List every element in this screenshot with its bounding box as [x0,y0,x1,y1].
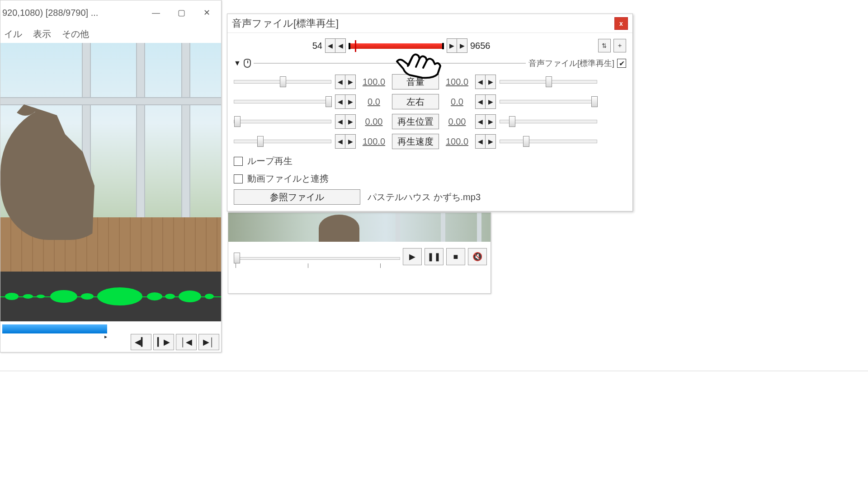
timeline-seek-thumb[interactable] [234,253,240,263]
speed-label-button[interactable]: 再生速度 [392,134,439,149]
close-button[interactable]: ✕ [194,3,219,23]
pan-left-value[interactable]: 0.0 [359,97,388,107]
dialog-title: 音声ファイル[標準再生] [232,17,614,30]
stop-button[interactable]: ■ [446,248,465,265]
speed-left-value[interactable]: 100.0 [359,136,388,147]
go-end-button[interactable]: ▶│ [198,334,219,350]
step-back-button[interactable]: ◀▎ [131,334,151,350]
param-row-vol: ◀▶100.0音量100.0◀▶ [234,74,626,90]
speed-left-slider[interactable] [234,140,331,143]
vol-right-value[interactable]: 100.0 [443,77,472,87]
timeline-ticks [236,263,400,268]
reference-button[interactable]: 参照ファイル [234,189,360,205]
vol-left-spinner[interactable]: ◀▶ [335,75,356,89]
audio-file-dialog: 音声ファイル[標準再生] x 54 ◀◀ ▶▶ 9656 ⇄ ＋ ▼ [227,14,633,211]
loop-label: ループ再生 [247,155,292,167]
speed-left-spinner[interactable]: ◀▶ [335,134,356,149]
sync-button[interactable]: ⇄ [598,39,611,52]
pan-label-button[interactable]: 左右 [392,94,439,109]
maximize-button[interactable]: ▢ [169,3,194,23]
pos-left-slider[interactable] [234,120,331,123]
menu-other[interactable]: その他 [62,28,89,40]
param-row-speed: ◀▶100.0再生速度100.0◀▶ [234,133,626,150]
pos-left-spinner[interactable]: ◀▶ [335,114,356,129]
pos-right-spinner[interactable]: ◀▶ [475,114,496,129]
preview-menu: イル 表示 その他 [0,25,221,43]
frame-prev-button[interactable]: ◀◀ [325,38,346,53]
mouse-icon [244,59,251,68]
loop-row: ループ再生 [234,155,626,167]
vol-left-value[interactable]: 100.0 [359,77,388,87]
vol-label-button[interactable]: 音量 [392,74,439,89]
pos-left-value[interactable]: 0.00 [359,117,388,127]
dialog-close-button[interactable]: x [614,17,628,30]
preview-titlebar: 920,1080) [288/9790] ... — ▢ ✕ [0,0,221,25]
pan-left-slider[interactable] [234,100,331,103]
step-fwd-button[interactable]: ▎▶ [153,334,174,350]
timeline-seek-slider[interactable] [236,257,400,260]
add-button[interactable]: ＋ [613,39,626,52]
reference-row: 参照ファイル パステルハウス かずち.mp3 [234,189,626,205]
timeline-transport: ▶ ❚❚ ■ 🔇 [403,248,487,265]
pause-button[interactable]: ❚❚ [425,248,443,265]
frame-end-value: 9656 [470,41,497,51]
minimize-button[interactable]: — [143,3,169,23]
loop-checkbox[interactable] [234,157,243,166]
pan-right-slider[interactable] [500,100,597,103]
collapse-toggle[interactable]: ▼ [234,59,241,67]
go-start-button[interactable]: │◀ [176,334,197,350]
param-row-pos: ◀▶0.00再生位置0.00◀▶ [234,113,626,130]
preview-frame-controls: ◀▎ ▎▶ │◀ ▶│ [131,334,219,350]
play-button[interactable]: ▶ [403,248,422,265]
vol-right-spinner[interactable]: ◀▶ [475,75,496,89]
param-rows: ◀▶100.0音量100.0◀▶◀▶0.0左右0.0◀▶◀▶0.00再生位置0.… [234,74,626,150]
vol-right-slider[interactable] [500,80,597,84]
audio-waveform [0,272,221,321]
divider [0,371,868,371]
timeline-window: ▶ ❚❚ ■ 🔇 [228,212,491,294]
speed-right-spinner[interactable]: ◀▶ [475,134,496,149]
frame-range-row: 54 ◀◀ ▶▶ 9656 ⇄ ＋ [234,37,626,55]
link-label: 動画ファイルと連携 [247,173,329,185]
vol-left-slider[interactable] [234,80,331,84]
reference-filename: パステルハウス かずち.mp3 [368,191,481,203]
frame-next-button[interactable]: ▶▶ [447,38,467,53]
mute-button[interactable]: 🔇 [468,248,487,265]
object-header-row: ▼ 音声ファイル[標準再生] ✔ [234,56,626,70]
speed-right-value[interactable]: 100.0 [443,136,472,147]
param-row-pan: ◀▶0.0左右0.0◀▶ [234,94,626,110]
speed-right-slider[interactable] [500,140,597,143]
pos-label-button[interactable]: 再生位置 [392,114,439,129]
menu-view[interactable]: 表示 [33,28,51,40]
pan-left-spinner[interactable]: ◀▶ [335,94,356,109]
preview-window: 920,1080) [288/9790] ... — ▢ ✕ イル 表示 その他… [0,0,222,352]
object-enable-checkbox[interactable]: ✔ [617,59,626,68]
frame-range-bar[interactable] [349,39,444,52]
link-checkbox[interactable] [234,174,243,183]
menu-file[interactable]: イル [4,28,22,40]
dialog-titlebar: 音声ファイル[標準再生] x [227,14,632,33]
object-type-label: 音声ファイル[標準再生] [528,58,614,69]
pos-right-value[interactable]: 0.00 [443,117,472,127]
pan-right-value[interactable]: 0.0 [443,97,472,107]
timeline-video-strip [228,213,491,242]
preview-title: 920,1080) [288/9790] ... [2,0,143,25]
link-row: 動画ファイルと連携 [234,173,626,185]
pan-right-spinner[interactable]: ◀▶ [475,94,496,109]
pos-right-slider[interactable] [500,120,597,123]
preview-video [0,43,221,272]
frame-start-value: 54 [304,41,322,51]
